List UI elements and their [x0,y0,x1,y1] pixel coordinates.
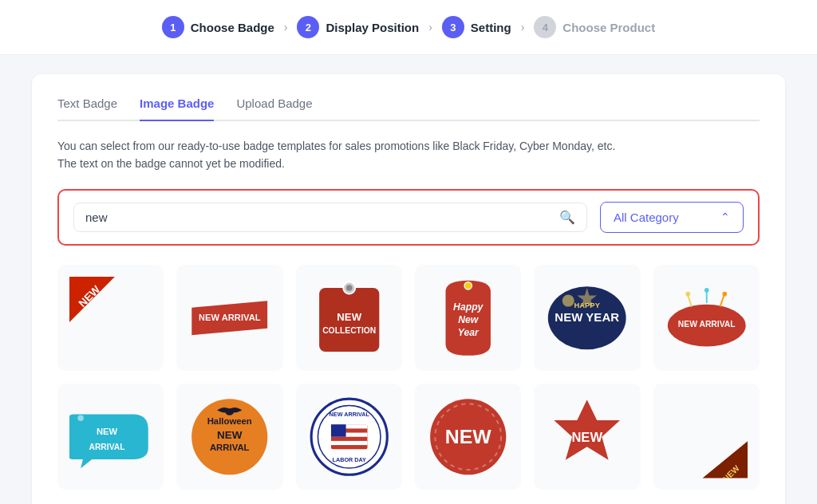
svg-line-21 [720,295,724,306]
svg-text:NEW ARRIVAL: NEW ARRIVAL [329,411,369,418]
step-4[interactable]: 4 Choose Product [534,16,655,38]
step-arrow-1: › [284,21,288,33]
badge-new-collection[interactable]: NEW COLLECTION [296,265,402,371]
badge-new-corner-red[interactable]: NEW [57,265,164,371]
svg-text:NEW ARRIVAL: NEW ARRIVAL [199,313,261,322]
badge-card: Text Badge Image Badge Upload Badge You … [32,74,785,504]
svg-text:Year: Year [458,327,480,338]
tab-text-badge[interactable]: Text Badge [57,96,117,121]
svg-point-9 [464,282,472,289]
step-1-circle: 1 [162,16,184,38]
stepper: 1 Choose Badge › 2 Display Position › 3 … [0,0,817,55]
svg-text:NEW: NEW [337,310,361,322]
svg-text:NEW ARRIVAL: NEW ARRIVAL [677,320,735,329]
svg-point-16 [562,294,574,306]
svg-point-6 [346,285,353,291]
svg-text:ARRIVAL: ARRIVAL [89,443,124,451]
badge-labor-day-new-arrival[interactable]: LABOR DAY NEW ARRIVAL [296,384,402,490]
svg-text:NEW: NEW [572,430,603,445]
tab-bar: Text Badge Image Badge Upload Badge [57,96,760,121]
category-label: All Category [614,211,679,224]
svg-text:NEW: NEW [97,427,118,436]
step-3-circle: 3 [442,16,464,38]
svg-text:Happy: Happy [453,301,484,313]
svg-point-22 [685,292,690,297]
badge-new-arrival-blue[interactable]: NEW ARRIVAL [57,384,164,490]
step-arrow-3: › [521,21,525,33]
svg-point-24 [722,292,727,297]
step-2-label: Display Position [326,21,419,34]
svg-text:NEW: NEW [445,426,491,447]
svg-rect-39 [331,441,368,445]
tab-upload-badge[interactable]: Upload Badge [236,96,312,121]
svg-point-28 [77,415,84,422]
svg-text:ARRIVAL: ARRIVAL [210,443,250,452]
step-2[interactable]: 2 Display Position [297,16,419,38]
badge-new-circle-red[interactable]: NEW [415,384,521,490]
svg-text:COLLECTION: COLLECTION [322,326,376,335]
search-input[interactable] [85,211,551,224]
step-3-label: Setting [471,21,511,34]
badge-happy-new-year-blue[interactable]: HAPPY NEW YEAR [534,265,640,371]
search-input-wrap: 🔍 [73,203,587,232]
step-arrow-2: › [428,21,432,33]
step-4-label: Choose Product [562,21,655,34]
badge-halloween-new-arrival[interactable]: Halloween NEW ARRIVAL [176,384,282,490]
search-area: 🔍 All Category ⌃ [57,189,760,246]
step-2-circle: 2 [297,16,319,38]
badge-new-star-red[interactable]: NEW [534,384,640,490]
category-dropdown[interactable]: All Category ⌃ [600,202,744,233]
svg-text:New: New [458,314,480,325]
chevron-up-icon: ⌃ [720,211,730,223]
svg-text:NEW: NEW [217,429,243,441]
badge-new-arrival-colorful[interactable]: NEW ARRIVAL [653,265,760,371]
badge-happy-new-year-red[interactable]: Happy New Year [415,265,521,371]
svg-rect-40 [331,424,346,437]
step-4-circle: 4 [534,16,556,38]
description-text: You can select from our ready-to-use bad… [57,137,760,173]
svg-line-19 [688,295,692,306]
step-1-label: Choose Badge [191,21,274,34]
badge-grid: NEW NEW ARRIVAL NEW COLLECTION [57,265,760,490]
svg-point-23 [704,288,708,293]
badge-new-corner-dark[interactable]: NEW [653,384,760,490]
svg-text:LABOR DAY: LABOR DAY [332,456,366,463]
search-icon: 🔍 [559,210,575,225]
svg-text:Halloween: Halloween [207,416,252,426]
svg-text:NEW YEAR: NEW YEAR [555,310,620,324]
tab-image-badge[interactable]: Image Badge [140,96,214,121]
main-content: Text Badge Image Badge Upload Badge You … [0,55,817,504]
step-1[interactable]: 1 Choose Badge [162,16,274,38]
badge-new-arrival-red[interactable]: NEW ARRIVAL [176,265,282,371]
step-3[interactable]: 3 Setting [442,16,511,38]
